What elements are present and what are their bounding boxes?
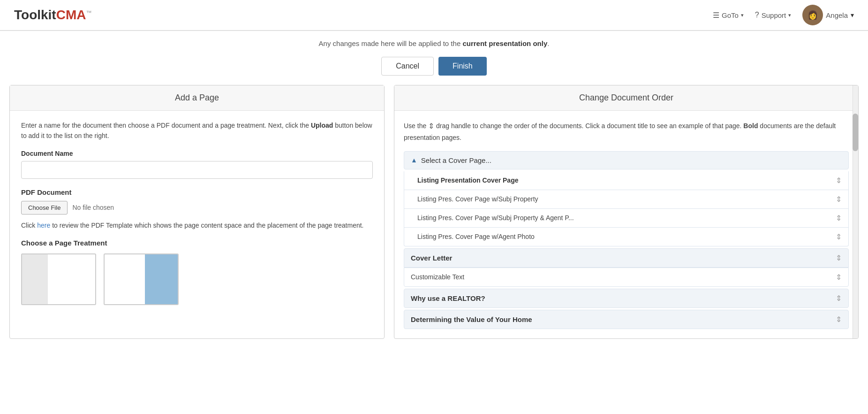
- intro-bold: Upload: [311, 122, 333, 129]
- list-item[interactable]: Listing Pres. Cover Page w/Subj Property…: [404, 209, 849, 228]
- notice-text-before: Any changes made here will be applied to…: [319, 39, 461, 47]
- finish-button[interactable]: Finish: [438, 57, 487, 76]
- intro-paragraph: Enter a name for the document then choos…: [21, 120, 373, 141]
- buttons-row: Cancel Finish: [0, 52, 868, 85]
- doc-name-input[interactable]: [21, 161, 373, 179]
- list-item[interactable]: Why use a REALTOR? ⇕: [404, 289, 849, 308]
- scrollbar-track: [853, 85, 858, 338]
- cover-page-group: ▲ Select a Cover Page... Listing Present…: [404, 151, 849, 246]
- notice-text-after: .: [547, 39, 549, 47]
- instructions-bold: Bold: [743, 122, 758, 130]
- doc-standalone-name: Cover Letter: [411, 254, 452, 262]
- file-input-row: Choose File No file chosen: [21, 201, 373, 215]
- doc-standalone-name: Why use a REALTOR?: [411, 294, 485, 302]
- avatar-name: Angela: [826, 11, 848, 19]
- left-panel: Add a Page Enter a name for the document…: [9, 85, 385, 339]
- avatar-container[interactable]: 👩 Angela ▾: [802, 5, 854, 25]
- goto-nav-item[interactable]: ☰ GoTo ▾: [713, 11, 744, 20]
- list-item[interactable]: Determining the Value of Your Home ⇕: [404, 310, 849, 329]
- scrollbar-thumb[interactable]: [853, 114, 858, 151]
- avatar: 👩: [802, 5, 823, 25]
- question-icon: ?: [755, 11, 759, 19]
- intro-text-before: Enter a name for the document then choos…: [21, 122, 311, 129]
- treatment-thumbnail-right[interactable]: [104, 253, 179, 305]
- thumbnail-blue-strip: [145, 254, 178, 304]
- pdf-label: PDF Document: [21, 188, 373, 196]
- right-panel-header: Change Document Order: [394, 85, 858, 111]
- header-nav: ☰ GoTo ▾ ? Support ▾ 👩 Angela ▾: [713, 5, 854, 25]
- logo-tm: ™: [86, 9, 91, 16]
- doc-standalone-name: Determining the Value of Your Home: [411, 315, 532, 323]
- avatar-caret-icon: ▾: [851, 11, 854, 19]
- cover-group-chevron-icon: ▲: [411, 156, 417, 164]
- list-item[interactable]: Customizable Text ⇕: [404, 268, 849, 287]
- support-caret-icon: ▾: [788, 12, 791, 18]
- doc-item-name: Listing Presentation Cover Page: [417, 176, 519, 184]
- drag-handle-icon[interactable]: ⇕: [836, 273, 842, 282]
- list-item[interactable]: Listing Pres. Cover Page w/Agent Photo ⇕: [404, 228, 849, 246]
- instructions-text: Use the ⇕ drag handle to change the orde…: [404, 120, 849, 143]
- list-item[interactable]: Listing Presentation Cover Page ⇕: [404, 171, 849, 190]
- doc-item-name: Listing Pres. Cover Page w/Subj Property: [417, 195, 538, 203]
- notice-text-bold: current presentation only: [462, 39, 547, 47]
- hamburger-icon: ☰: [713, 11, 719, 20]
- treatment-thumbnails: [21, 253, 373, 305]
- drag-handle-icon[interactable]: ⇕: [836, 232, 842, 241]
- goto-caret-icon: ▾: [741, 12, 744, 18]
- treatment-thumbnail-left[interactable]: [21, 253, 96, 305]
- logo-cma-text: CMA: [56, 8, 86, 22]
- cover-page-group-header[interactable]: ▲ Select a Cover Page...: [404, 151, 849, 169]
- drag-handle-icon[interactable]: ⇕: [836, 195, 842, 204]
- header: ToolkitCMA™ ☰ GoTo ▾ ? Support ▾ 👩 Angel…: [0, 0, 868, 31]
- notice-bar: Any changes made here will be applied to…: [0, 31, 868, 52]
- click-here-pre: Click: [21, 222, 37, 229]
- logo: ToolkitCMA™: [14, 8, 91, 23]
- support-label: Support: [762, 11, 786, 19]
- doc-name-label: Document Name: [21, 150, 373, 157]
- doc-item-name: Listing Pres. Cover Page w/Subj Property…: [417, 214, 574, 222]
- drag-handle-icon[interactable]: ⇕: [836, 214, 842, 222]
- logo-toolkit-text: Toolkit: [14, 8, 56, 22]
- drag-handle-icon[interactable]: ⇕: [836, 315, 842, 324]
- support-nav-item[interactable]: ? Support ▾: [755, 11, 791, 19]
- choose-file-button[interactable]: Choose File: [21, 201, 68, 215]
- page-treatment-label: Choose a Page Treatment: [21, 239, 373, 247]
- click-here-paragraph: Click here to review the PDF Template wh…: [21, 220, 373, 230]
- cover-group-title: Select a Cover Page...: [421, 156, 491, 164]
- click-here-post: to review the PDF Template which shows t…: [50, 222, 363, 229]
- drag-icon-inline: ⇕: [428, 120, 434, 132]
- doc-plain-name: Customizable Text: [411, 273, 464, 281]
- drag-handle-icon[interactable]: ⇕: [836, 294, 842, 303]
- drag-handle-icon[interactable]: ⇕: [836, 176, 842, 185]
- left-panel-header: Add a Page: [10, 85, 384, 111]
- cancel-button[interactable]: Cancel: [381, 57, 434, 76]
- left-panel-body: Enter a name for the document then choos…: [10, 111, 384, 314]
- right-panel-body: Use the ⇕ drag handle to change the orde…: [394, 111, 858, 338]
- list-item[interactable]: Listing Pres. Cover Page w/Subj Property…: [404, 190, 849, 209]
- no-file-text: No file chosen: [72, 204, 114, 211]
- main-layout: Add a Page Enter a name for the document…: [0, 85, 868, 348]
- drag-handle-icon[interactable]: ⇕: [836, 253, 842, 262]
- instructions-pre: Use the: [404, 122, 428, 130]
- doc-item-name: Listing Pres. Cover Page w/Agent Photo: [417, 233, 535, 240]
- click-here-link[interactable]: here: [37, 222, 50, 229]
- goto-label: GoTo: [722, 11, 739, 19]
- right-panel: Change Document Order Use the ⇕ drag han…: [394, 85, 859, 339]
- instructions-post: drag handle to change the order of the d…: [434, 122, 743, 130]
- list-item[interactable]: Cover Letter ⇕: [404, 248, 849, 268]
